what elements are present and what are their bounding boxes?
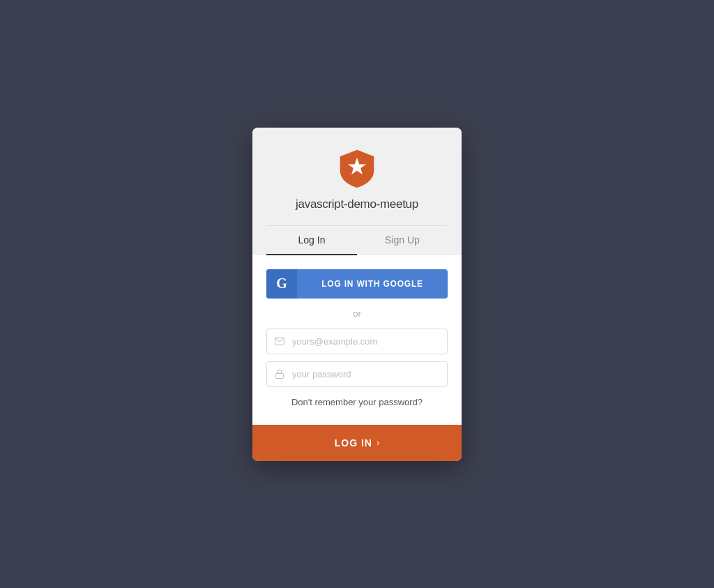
card-body: G LOG IN WITH GOOGLE or bbox=[252, 255, 462, 425]
email-input[interactable] bbox=[292, 329, 447, 354]
app-logo bbox=[337, 149, 377, 188]
login-card: javascript-demo-meetup Log In Sign Up G … bbox=[252, 128, 462, 461]
google-login-button[interactable]: G LOG IN WITH GOOGLE bbox=[266, 269, 448, 299]
google-icon: G bbox=[276, 276, 287, 292]
tabs-container: Log In Sign Up bbox=[266, 225, 448, 255]
email-input-group bbox=[266, 329, 448, 354]
card-header: javascript-demo-meetup Log In Sign Up bbox=[252, 128, 462, 255]
password-input[interactable] bbox=[292, 362, 447, 386]
password-input-group bbox=[266, 361, 448, 387]
tab-login[interactable]: Log In bbox=[266, 226, 357, 255]
chevron-right-icon: › bbox=[377, 437, 379, 448]
google-icon-box: G bbox=[266, 269, 297, 299]
login-button[interactable]: LOG IN › bbox=[252, 425, 462, 461]
forgot-password-anchor[interactable]: Don't remember your password? bbox=[291, 397, 423, 407]
or-divider: or bbox=[266, 308, 448, 319]
tab-signup[interactable]: Sign Up bbox=[357, 226, 448, 255]
login-button-label: LOG IN bbox=[335, 437, 372, 448]
lock-icon bbox=[267, 369, 292, 379]
forgot-password-link[interactable]: Don't remember your password? bbox=[266, 395, 448, 408]
google-button-label: LOG IN WITH GOOGLE bbox=[297, 279, 448, 289]
app-title: javascript-demo-meetup bbox=[296, 197, 418, 211]
email-icon bbox=[267, 338, 292, 345]
svg-rect-2 bbox=[276, 374, 284, 379]
